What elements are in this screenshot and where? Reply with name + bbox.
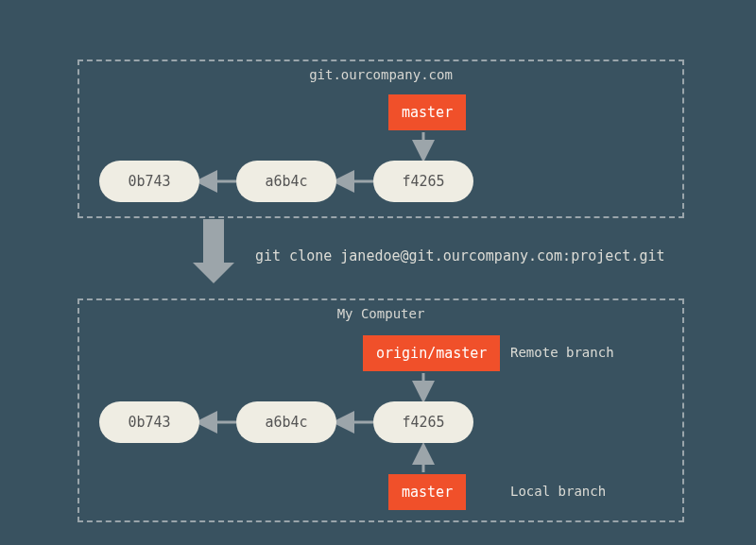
clone-arrow-icon (193, 219, 234, 283)
remote-branch-label: Remote branch (510, 345, 614, 360)
remote-panel-title: git.ourcompany.com (309, 67, 453, 82)
local-panel-title: My Computer (337, 306, 425, 321)
commit-node: f4265 (373, 401, 473, 443)
ref-origin-master: origin/master (363, 335, 500, 371)
local-branch-label: Local branch (510, 484, 606, 499)
commit-node: 0b743 (99, 161, 199, 202)
ref-master-remote: master (388, 94, 466, 130)
commit-node: a6b4c (236, 401, 336, 443)
commit-node: f4265 (373, 161, 473, 202)
commit-node: a6b4c (236, 161, 336, 202)
ref-local-master: master (388, 474, 466, 510)
clone-command: git clone janedoe@git.ourcompany.com:pro… (255, 247, 664, 264)
commit-node: 0b743 (99, 401, 199, 443)
